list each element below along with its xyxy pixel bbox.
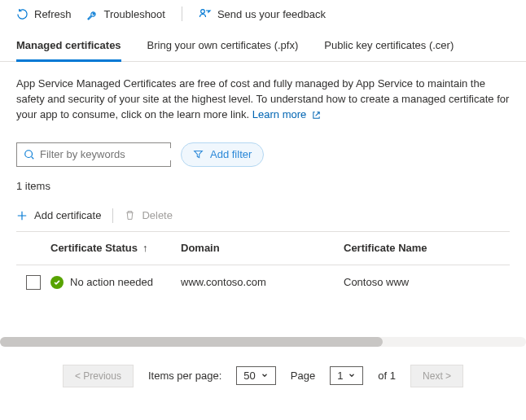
troubleshoot-label: Troubleshoot bbox=[104, 8, 165, 20]
command-bar: Refresh Troubleshoot Send us your feedba… bbox=[0, 0, 526, 29]
learn-more-link[interactable]: Learn more bbox=[252, 108, 321, 120]
table-row[interactable]: No action needed www.contoso.com Contoso… bbox=[16, 265, 510, 300]
separator bbox=[112, 208, 113, 223]
refresh-icon bbox=[16, 8, 28, 20]
scrollbar-thumb[interactable] bbox=[0, 337, 383, 347]
refresh-button[interactable]: Refresh bbox=[16, 8, 72, 20]
refresh-label: Refresh bbox=[34, 8, 72, 20]
chevron-down-icon bbox=[261, 370, 269, 382]
external-link-icon bbox=[312, 111, 321, 120]
items-per-page-select[interactable]: 50 bbox=[236, 366, 275, 385]
add-certificate-label: Add certificate bbox=[34, 209, 101, 221]
sort-asc-icon: ↑ bbox=[142, 242, 148, 254]
feedback-button[interactable]: Send us your feedback bbox=[199, 7, 326, 20]
previous-page-button[interactable]: < Previous bbox=[63, 365, 134, 387]
pagination: < Previous Items per page: 50 Page 1 of … bbox=[0, 347, 526, 387]
items-per-page-label: Items per page: bbox=[148, 370, 221, 382]
tab-bar: Managed certificates Bring your own cert… bbox=[0, 29, 526, 62]
filter-row: Add filter bbox=[0, 128, 526, 172]
filter-input-wrap[interactable] bbox=[16, 142, 171, 167]
trash-icon bbox=[125, 210, 135, 221]
feedback-label: Send us your feedback bbox=[217, 8, 326, 20]
table-header-row: Certificate Status ↑ Domain Certificate … bbox=[16, 231, 510, 265]
feedback-icon bbox=[199, 7, 212, 20]
column-domain-header[interactable]: Domain bbox=[181, 242, 344, 254]
certificates-table: Certificate Status ↑ Domain Certificate … bbox=[0, 231, 526, 300]
add-filter-label: Add filter bbox=[210, 148, 252, 160]
wrench-icon bbox=[86, 8, 99, 20]
svg-point-0 bbox=[201, 10, 205, 14]
add-certificate-button[interactable]: Add certificate bbox=[16, 209, 101, 221]
svg-point-1 bbox=[25, 150, 33, 157]
tab-public-key[interactable]: Public key certificates (.cer) bbox=[324, 34, 454, 61]
page-of-label: of 1 bbox=[378, 370, 396, 382]
cell-status: No action needed bbox=[50, 276, 181, 289]
plus-icon bbox=[16, 210, 28, 221]
page-label: Page bbox=[291, 370, 315, 382]
column-name-header[interactable]: Certificate Name bbox=[344, 242, 510, 254]
horizontal-scrollbar[interactable] bbox=[0, 337, 526, 347]
row-checkbox[interactable] bbox=[26, 275, 41, 290]
column-status-header[interactable]: Certificate Status ↑ bbox=[50, 242, 181, 254]
filter-keywords-input[interactable] bbox=[40, 148, 177, 160]
funnel-icon bbox=[193, 149, 204, 160]
success-icon bbox=[50, 276, 64, 289]
delete-label: Delete bbox=[142, 209, 173, 221]
tab-bring-your-own[interactable]: Bring your own certificates (.pfx) bbox=[147, 34, 299, 61]
search-icon bbox=[24, 149, 35, 160]
separator bbox=[182, 7, 182, 21]
page-select[interactable]: 1 bbox=[330, 366, 363, 385]
add-filter-button[interactable]: Add filter bbox=[181, 142, 264, 167]
next-page-button[interactable]: Next > bbox=[410, 365, 463, 387]
troubleshoot-button[interactable]: Troubleshoot bbox=[86, 8, 165, 20]
description-text: App Service Managed Certificates are fre… bbox=[0, 62, 526, 128]
delete-button: Delete bbox=[125, 209, 173, 221]
chevron-down-icon bbox=[348, 370, 356, 382]
cell-domain: www.contoso.com bbox=[181, 276, 344, 288]
row-actions: Add certificate Delete bbox=[0, 205, 526, 231]
tab-managed-certificates[interactable]: Managed certificates bbox=[16, 34, 121, 62]
row-checkbox-wrap bbox=[16, 275, 50, 290]
cell-name: Contoso www bbox=[344, 276, 510, 288]
cell-status-text: No action needed bbox=[70, 276, 153, 288]
item-count: 1 items bbox=[0, 172, 526, 205]
